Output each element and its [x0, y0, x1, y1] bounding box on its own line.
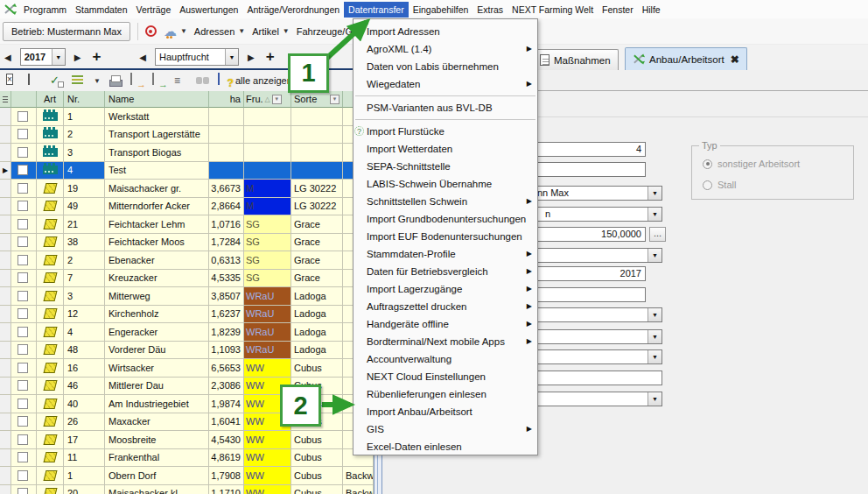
crop-next-button[interactable]: ▶ [245, 51, 257, 64]
menu-item-labis-schwein-bernahme[interactable]: LABIS-Schwein Übernahme [354, 175, 537, 193]
checkbox[interactable] [18, 380, 28, 391]
menu-item-import-wetterdaten[interactable]: Import Wetterdaten [354, 140, 537, 158]
nr-cell[interactable]: 2 [64, 126, 105, 145]
art-cell[interactable] [37, 180, 64, 198]
row-checkbox-cell[interactable] [11, 306, 37, 324]
checkbox[interactable] [18, 147, 28, 158]
fru-cell[interactable]: WRaU [244, 306, 291, 324]
name-cell[interactable]: Maisachacker kl. [105, 485, 209, 494]
ha-cell[interactable]: 6,5653 [209, 359, 244, 378]
ha-cell[interactable]: 1,0716 [209, 215, 244, 234]
ellipsis-button[interactable]: ... [649, 227, 666, 242]
name-cell[interactable]: Mitterndorfer Acker [105, 198, 209, 216]
nr-cell[interactable]: 3 [64, 144, 105, 162]
menubar-item-auswertungen[interactable]: Auswertungen [175, 2, 242, 18]
nr-cell[interactable]: 4 [64, 323, 105, 342]
checkbox[interactable] [18, 183, 28, 194]
checkbox[interactable] [18, 363, 28, 373]
tab-close-icon[interactable]: ✖ [731, 53, 739, 66]
nr-cell[interactable]: 20 [64, 485, 105, 494]
apply-selection-icon[interactable]: ✓ [50, 74, 64, 88]
checkbox[interactable] [18, 434, 28, 445]
menu-item-import-grundbodenuntersuchungen[interactable]: Import Grundbodenuntersuchungen [354, 210, 537, 228]
name-cell[interactable]: Kirchenholz [105, 306, 209, 324]
art-cell[interactable] [37, 234, 64, 252]
crop-add-button[interactable]: + [263, 50, 277, 64]
year-add-button[interactable]: + [89, 50, 103, 64]
sorte-cell[interactable]: Cubus [291, 467, 343, 485]
ha-cell[interactable]: 1,7284 [209, 234, 244, 252]
checkbox[interactable] [18, 236, 28, 247]
name-cell[interactable]: Ebenacker [105, 251, 209, 270]
sorte-cell[interactable]: Cubus [291, 485, 343, 494]
checkbox[interactable] [18, 327, 28, 337]
menu-item-r-benlieferungen-einlesen[interactable]: Rübenlieferungen einlesen [354, 385, 537, 403]
art-cell[interactable] [37, 306, 64, 324]
chevron-down-icon[interactable]: ▼ [648, 392, 662, 406]
art-cell[interactable] [37, 287, 64, 306]
ha-cell[interactable]: 2,8664 [209, 198, 244, 216]
name-cell[interactable]: Vorderer Däu [105, 342, 209, 360]
nr-cell[interactable]: 4 [64, 162, 105, 180]
art-cell[interactable] [37, 359, 64, 378]
checkbox[interactable] [18, 308, 28, 319]
checkbox[interactable] [18, 470, 28, 481]
ha-cell[interactable]: 0,6313 [209, 251, 244, 270]
name-cell[interactable]: Transport Biogas [105, 144, 209, 162]
menu-item-next-cloud-einstellungen[interactable]: NEXT Cloud Einstellungen [354, 368, 537, 385]
menu-item-daten-von-labis-bernehmen[interactable]: Daten von Labis übernehmen [354, 58, 537, 75]
chevron-down-icon[interactable]: ▼ [648, 330, 662, 343]
menubar-item-hilfe[interactable]: Hilfe [638, 2, 665, 18]
fru-cell[interactable]: SG [244, 270, 291, 288]
filter-list-icon[interactable] [72, 75, 86, 89]
name-cell[interactable]: Wirtsacker [105, 359, 209, 378]
select-all-icon[interactable]: × [6, 74, 13, 85]
fru-cell[interactable] [244, 144, 291, 162]
table-row-test[interactable]: ▶4Test [0, 162, 374, 180]
menu-item-psm-varianten-aus-bvl-db[interactable]: PSM-Varianten aus BVL-DB [354, 99, 537, 116]
name-cell[interactable]: Obern Dorf [105, 467, 209, 485]
table-row-obern-dorf[interactable]: 1Obern Dorf1,7908WWCubusBackweizen [0, 467, 374, 485]
menubar-item-extras[interactable]: Extras [472, 2, 508, 18]
name-cell[interactable]: Feichtacker Lehm [105, 215, 209, 234]
table-row-vorderer-d-u[interactable]: 48Vorderer Däu1,1093WRaULadoga [0, 342, 374, 360]
year-next-button[interactable]: ▶ [72, 51, 84, 64]
row-checkbox-cell[interactable] [11, 215, 37, 234]
art-cell[interactable] [37, 449, 64, 468]
sorte-cell[interactable]: Grace [291, 215, 343, 234]
cloud-sync-dropdown[interactable]: ☁ ▼ [164, 25, 187, 37]
fru-cell[interactable]: WRaU [244, 323, 291, 342]
header-name[interactable]: Name [105, 91, 209, 108]
row-checkbox-cell[interactable] [11, 467, 37, 485]
sorte-cell[interactable]: Ladoga [291, 323, 343, 342]
ha-cell[interactable]: 4,8619 [209, 449, 244, 468]
menubar-item-datentransfer[interactable]: Datentransfer [344, 2, 409, 18]
fru-cell[interactable]: WW [244, 467, 291, 485]
extra-cell[interactable]: Backweizen [343, 467, 374, 485]
art-cell[interactable] [37, 198, 64, 216]
fru-cell[interactable]: M [244, 180, 291, 198]
nr-cell[interactable]: 48 [64, 342, 105, 360]
menu-item-accountverwaltung[interactable]: Accountverwaltung [354, 350, 537, 368]
ha-cell[interactable]: 3,8507 [209, 287, 244, 306]
menu-item-stammdaten-profile[interactable]: Stammdaten-Profile▶ [354, 245, 537, 263]
row-checkbox-cell[interactable] [11, 485, 37, 494]
name-cell[interactable]: Kreuzacker [105, 270, 209, 288]
row-checkbox-cell[interactable] [11, 108, 37, 126]
menu-item-bordterminal-next-mobile-apps[interactable]: Bordterminal/Next mobile Apps▶ [354, 333, 537, 350]
nr-cell[interactable]: 16 [64, 359, 105, 378]
menubar-item-programm[interactable]: Programm [19, 2, 71, 18]
art-cell[interactable] [37, 215, 64, 234]
chevron-down-icon[interactable]: ▼ [52, 49, 65, 65]
name-cell[interactable]: Frankenthal [105, 449, 209, 468]
ha-cell[interactable]: 4,5430 [209, 431, 244, 449]
row-checkbox-cell[interactable] [11, 198, 37, 216]
sorte-cell[interactable]: Grace [291, 270, 343, 288]
row-checkbox-cell[interactable] [11, 126, 37, 145]
checkbox[interactable] [18, 272, 28, 283]
nr-cell[interactable]: 21 [64, 215, 105, 234]
table-row-engeracker[interactable]: 4Engeracker1,8239WRaULadoga [0, 323, 374, 342]
ha-cell[interactable] [209, 108, 244, 126]
fru-cell[interactable]: M [244, 198, 291, 216]
menu-item-import-flurst-cke[interactable]: ?Import Flurstücke [354, 123, 537, 140]
